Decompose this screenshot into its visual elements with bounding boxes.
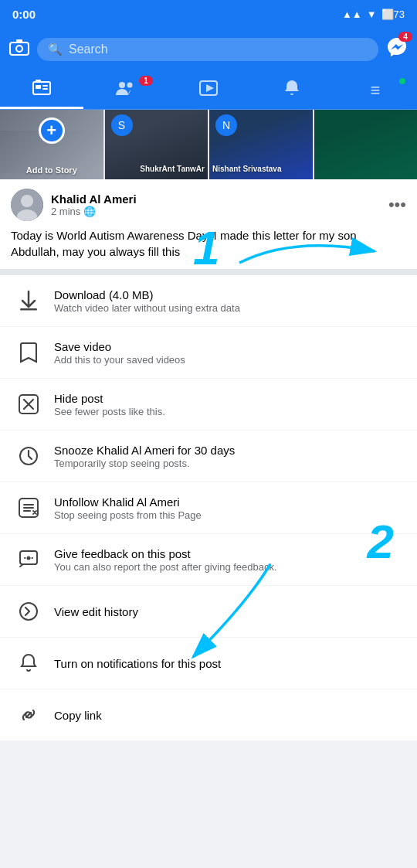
search-placeholder: Search xyxy=(69,43,108,56)
menu-item-edit-history[interactable]: View edit history xyxy=(0,586,417,638)
unfollow-text: Unfollow Khalid Al Ameri Stop seeing pos… xyxy=(54,495,403,521)
story-3[interactable] xyxy=(314,110,418,179)
menu-item-notifications[interactable]: Turn on notifications for this post xyxy=(0,638,417,689)
story-1-label: ShukrAnt TanwAr xyxy=(137,165,208,173)
tab-friends[interactable]: 1 xyxy=(83,71,167,109)
tab-notifications[interactable] xyxy=(250,71,334,109)
menu-item-save-video[interactable]: Save video Add this to your saved videos xyxy=(0,327,417,379)
status-bar: 0:00 ▲▲ ▼ ⬜73 xyxy=(0,0,417,28)
post-text: Today is World Autism Awareness Day, I m… xyxy=(11,227,406,260)
svg-rect-4 xyxy=(36,85,41,89)
menu-item-copy-link[interactable]: Copy link xyxy=(0,689,417,740)
save-video-icon xyxy=(14,338,43,367)
post-more-button[interactable]: ••• xyxy=(388,195,406,215)
svg-rect-0 xyxy=(10,43,29,55)
copy-link-icon xyxy=(14,700,43,730)
snooze-icon xyxy=(14,441,43,471)
post-time: 2 mins 🌐 xyxy=(51,206,381,217)
search-input-wrap[interactable]: 🔍 Search xyxy=(37,38,378,61)
story-2[interactable]: N Nishant Srivastava xyxy=(209,110,313,179)
friends-tab-icon xyxy=(115,80,135,100)
story-add-label: Add to Story xyxy=(0,165,103,175)
messenger-badge: 4 xyxy=(398,32,412,42)
notifications-tab-icon xyxy=(283,79,301,101)
post-menu: Download (4.0 MB) Watch video later with… xyxy=(0,275,417,740)
camera-icon[interactable] xyxy=(9,39,29,60)
nav-tabs: 1 ≡ xyxy=(0,71,417,110)
svg-rect-2 xyxy=(16,39,22,43)
menu-tab-icon: ≡ xyxy=(371,80,381,100)
notifications-menu-text: Turn on notifications for this post xyxy=(54,657,403,670)
save-video-text: Save video Add this to your saved videos xyxy=(54,340,403,366)
svg-point-8 xyxy=(119,82,125,88)
menu-item-snooze[interactable]: Snooze Khalid Al Ameri for 30 days Tempo… xyxy=(0,431,417,482)
svg-rect-7 xyxy=(36,80,41,82)
svg-point-13 xyxy=(21,195,33,207)
search-bar: 🔍 Search 4 xyxy=(0,28,417,71)
story-add[interactable]: + Add to Story xyxy=(0,110,103,179)
snooze-text: Snooze Khalid Al Ameri for 30 days Tempo… xyxy=(54,444,403,469)
story-2-label: Nishant Srivastava xyxy=(209,165,285,173)
tab-menu[interactable]: ≡ xyxy=(334,71,417,109)
post-preview: Khalid Al Ameri 2 mins 🌐 ••• Today is Wo… xyxy=(0,179,417,275)
globe-icon: 🌐 xyxy=(83,206,96,217)
svg-marker-11 xyxy=(206,84,214,92)
notifications-menu-icon xyxy=(14,648,43,678)
svg-point-9 xyxy=(127,83,133,88)
tab-watch[interactable] xyxy=(167,71,250,109)
menu-item-feedback[interactable]: Give feedback on this post You can also … xyxy=(0,534,417,586)
unfollow-icon xyxy=(14,493,43,523)
menu-item-unfollow[interactable]: Unfollow Khalid Al Ameri Stop seeing pos… xyxy=(0,482,417,534)
battery-icon: ⬜73 xyxy=(381,9,405,20)
menu-item-download[interactable]: Download (4.0 MB) Watch video later with… xyxy=(0,275,417,327)
post-author: Khalid Al Ameri xyxy=(51,192,381,206)
watch-tab-icon xyxy=(198,80,219,100)
edit-history-text: View edit history xyxy=(54,605,403,618)
status-time: 0:00 xyxy=(12,8,36,21)
edit-history-icon xyxy=(14,597,43,626)
wifi-icon: ▼ xyxy=(367,9,377,20)
avatar xyxy=(11,189,43,221)
home-tab-icon xyxy=(32,79,51,100)
svg-point-20 xyxy=(27,557,31,560)
svg-rect-6 xyxy=(42,88,48,90)
hide-post-text: Hide post See fewer posts like this. xyxy=(54,392,403,417)
friends-badge: 1 xyxy=(139,76,153,86)
story-1[interactable]: S ShukrAnt TanwAr xyxy=(105,110,208,179)
copy-link-text: Copy link xyxy=(54,709,403,722)
status-icons: ▲▲ ▼ ⬜73 xyxy=(342,9,405,20)
signal-icon: ▲▲ xyxy=(342,9,362,20)
messenger-button[interactable]: 4 xyxy=(386,36,408,63)
search-icon: 🔍 xyxy=(48,43,63,56)
download-text: Download (4.0 MB) Watch video later with… xyxy=(54,288,403,314)
tab-home[interactable] xyxy=(0,71,83,109)
svg-point-1 xyxy=(16,46,22,52)
feedback-icon xyxy=(14,545,43,574)
feedback-text: Give feedback on this post You can also … xyxy=(54,547,403,573)
svg-rect-5 xyxy=(42,85,48,87)
download-icon xyxy=(14,286,43,315)
post-meta: Khalid Al Ameri 2 mins 🌐 xyxy=(51,192,381,217)
menu-item-hide-post[interactable]: Hide post See fewer posts like this. xyxy=(0,379,417,431)
stories-row: + Add to Story S ShukrAnt TanwAr N Nisha… xyxy=(0,110,417,179)
hide-post-icon xyxy=(14,390,43,419)
svg-rect-15 xyxy=(20,308,37,311)
